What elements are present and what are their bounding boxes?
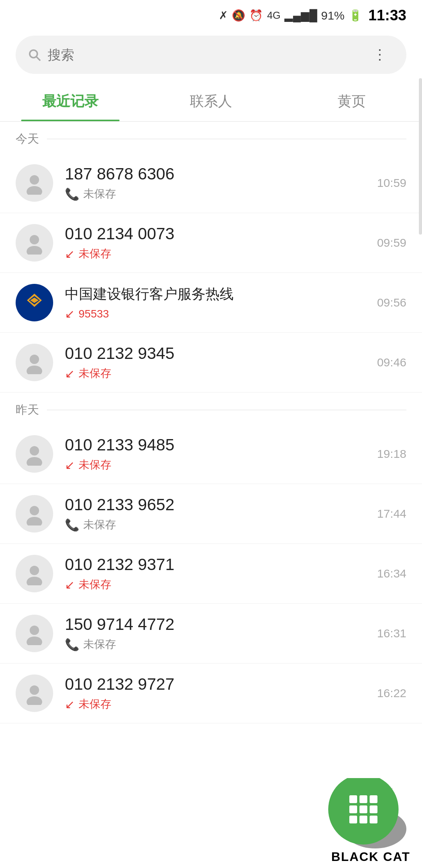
call-unsaved-label: 未保存 <box>79 366 111 381</box>
call-number: 010 2132 9345 <box>65 344 365 363</box>
call-item[interactable]: 010 2132 9371 ↙ 未保存 16:34 <box>0 544 422 604</box>
search-input[interactable] <box>48 47 359 63</box>
call-number: 010 2133 9652 <box>65 495 365 514</box>
call-info: 010 2134 0073 ↙ 未保存 <box>65 224 365 261</box>
more-options-button[interactable]: ⋮ <box>365 43 395 67</box>
call-type-icon: ↙ <box>65 367 75 380</box>
call-info: 150 9714 4772 📞 未保存 <box>65 615 365 652</box>
battery-percentage: 91% <box>321 9 345 22</box>
call-time: 10:59 <box>377 176 406 190</box>
black-cat-dot <box>349 816 357 823</box>
svg-point-18 <box>30 626 39 635</box>
svg-point-16 <box>30 566 39 575</box>
call-type-icon: ↙ <box>65 307 75 321</box>
call-number: 187 8678 6306 <box>65 165 365 183</box>
svg-line-1 <box>36 57 40 61</box>
call-unsaved-label: 未保存 <box>79 457 111 472</box>
svg-point-13 <box>27 457 42 466</box>
svg-point-0 <box>30 50 38 58</box>
tab-recent[interactable]: 最近记录 <box>0 82 141 121</box>
call-item[interactable]: 010 2133 9652 📞 未保存 17:44 <box>0 484 422 544</box>
black-cat-dot <box>359 795 367 803</box>
call-item[interactable]: 中国建设银行客户服务热线 ↙ 95533 09:56 <box>0 273 422 333</box>
avatar <box>16 495 53 533</box>
call-type-icon: 📞 <box>65 518 79 532</box>
battery-icon: 🔋 <box>349 9 362 22</box>
avatar <box>16 674 53 712</box>
tab-bar: 最近记录 联系人 黄页 <box>0 82 422 122</box>
call-sub: ↙ 未保存 <box>65 577 365 592</box>
call-info: 010 2133 9652 📞 未保存 <box>65 495 365 532</box>
svg-point-10 <box>30 355 39 364</box>
avatar-ccb <box>16 284 53 321</box>
call-type-icon: ↙ <box>65 578 75 592</box>
section-yesterday-header: 昨天 <box>0 393 422 424</box>
call-sub: ↙ 未保存 <box>65 366 365 381</box>
tab-yellowpages[interactable]: 黄页 <box>281 82 422 121</box>
status-icons: ✗ 🔕 ⏰ 4G ▂▄▆█ 91% 🔋 <box>219 9 362 22</box>
alarm-icon: ⏰ <box>249 9 263 22</box>
call-number-sub: 95533 <box>79 308 109 320</box>
call-list: 今天 187 8678 6306 📞 未保存 10:59 <box>0 122 422 723</box>
svg-point-12 <box>30 446 39 456</box>
avatar <box>16 344 53 381</box>
black-cat-dot <box>349 805 357 813</box>
call-item[interactable]: 150 9714 4772 📞 未保存 16:31 <box>0 604 422 664</box>
avatar <box>16 224 53 262</box>
call-sub: 📞 未保存 <box>65 517 365 532</box>
section-yesterday-label: 昨天 <box>16 402 39 418</box>
black-cat-label: BLACK CAT <box>331 850 410 864</box>
avatar <box>16 164 53 202</box>
call-info: 中国建设银行客户服务热线 ↙ 95533 <box>65 285 365 321</box>
call-sub: ↙ 未保存 <box>65 246 365 261</box>
call-unsaved-label: 未保存 <box>79 697 111 712</box>
call-info: 010 2132 9727 ↙ 未保存 <box>65 675 365 712</box>
search-bar-container: ⋮ <box>0 28 422 82</box>
call-unsaved-label: 未保存 <box>79 577 111 592</box>
black-cat-dot <box>370 816 377 823</box>
call-time: 17:44 <box>377 507 406 520</box>
call-unsaved-label: 未保存 <box>83 517 116 532</box>
black-cat-dot <box>370 805 377 813</box>
call-number: 中国建设银行客户服务热线 <box>65 285 365 304</box>
svg-point-11 <box>27 366 42 374</box>
call-unsaved-label: 未保存 <box>83 187 116 201</box>
svg-point-15 <box>27 517 42 525</box>
call-type-icon: ↙ <box>65 458 75 472</box>
call-item[interactable]: 010 2132 9727 ↙ 未保存 16:22 <box>0 664 422 723</box>
call-number: 150 9714 4772 <box>65 615 365 634</box>
call-sub: ↙ 未保存 <box>65 697 365 712</box>
call-info: 010 2132 9371 ↙ 未保存 <box>65 555 365 592</box>
section-divider <box>47 139 406 139</box>
call-number: 010 2132 9371 <box>65 555 365 574</box>
call-type-icon: ↙ <box>65 698 75 711</box>
call-number: 010 2132 9727 <box>65 675 365 694</box>
search-icon <box>27 48 41 62</box>
black-cat-dot <box>359 805 367 813</box>
black-cat-dot <box>370 795 377 803</box>
call-number: 010 2134 0073 <box>65 224 365 243</box>
svg-point-21 <box>27 696 42 705</box>
signal-bars: ▂▄▆█ <box>284 9 317 22</box>
call-item[interactable]: 187 8678 6306 📞 未保存 10:59 <box>0 153 422 213</box>
status-bar: ✗ 🔕 ⏰ 4G ▂▄▆█ 91% 🔋 11:33 <box>0 0 422 28</box>
section-divider <box>47 410 406 410</box>
search-bar: ⋮ <box>16 36 406 74</box>
call-info: 187 8678 6306 📞 未保存 <box>65 165 365 201</box>
call-time: 19:18 <box>377 447 406 461</box>
call-item[interactable]: 010 2133 9485 ↙ 未保存 19:18 <box>0 424 422 484</box>
svg-point-14 <box>30 506 39 515</box>
scrollbar[interactable] <box>419 78 422 235</box>
call-type-icon: 📞 <box>65 187 79 201</box>
mute-icon: 🔕 <box>232 9 245 22</box>
call-time: 09:46 <box>377 356 406 369</box>
avatar <box>16 435 53 473</box>
call-item[interactable]: 010 2134 0073 ↙ 未保存 09:59 <box>0 213 422 273</box>
svg-point-20 <box>30 685 39 695</box>
status-time: 11:33 <box>368 7 406 24</box>
tab-contacts[interactable]: 联系人 <box>141 82 281 121</box>
call-time: 16:34 <box>377 567 406 580</box>
svg-point-19 <box>27 637 42 645</box>
call-item[interactable]: 010 2132 9345 ↙ 未保存 09:46 <box>0 333 422 393</box>
black-cat-grid <box>342 787 385 831</box>
